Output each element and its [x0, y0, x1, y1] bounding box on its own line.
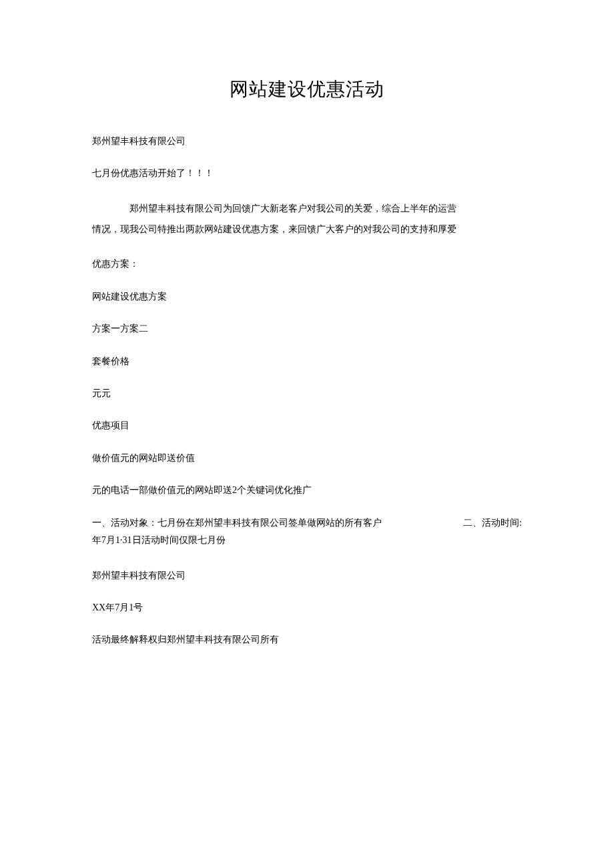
promo-line-2: 元的电话一部做价值元的网站即送2个关键词优化推广: [92, 483, 522, 498]
intro-paragraph: 郑州望丰科技有限公司为回馈广大新老客户对我公司的关爱，综合上半年的运营 情况，现…: [92, 199, 522, 240]
intro-line-2: 情况，现我公司特推出两款网站建设优惠方案，来回馈广大客户的对我公司的支持和厚爱: [92, 220, 522, 240]
signoff-date: XX年7月1号: [92, 600, 522, 615]
announcement: 七月份优惠活动开始了！！！: [92, 166, 522, 181]
activity-details: 一、活动对象：七月份在郑州望丰科技有限公司签单做网站的所有客户 二、活动时间: …: [92, 516, 522, 551]
plan-options: 方案一方案二: [92, 322, 522, 336]
intro-line-1: 郑州望丰科技有限公司为回馈广大新老客户对我公司的关爱，综合上半年的运营: [92, 199, 522, 220]
promo-label: 优惠项目: [92, 418, 522, 433]
signoff-company: 郑州望丰科技有限公司: [92, 568, 522, 583]
document-title: 网站建设优惠活动: [92, 77, 522, 102]
price-value: 元元: [92, 386, 522, 401]
plan-label: 优惠方案：: [92, 257, 522, 272]
activity-time-label: 二、活动时间:: [463, 516, 522, 530]
company-name: 郑州望丰科技有限公司: [92, 134, 522, 149]
activity-time-value: 年7月1·31日活动时间仅限七月份: [92, 530, 522, 551]
price-label: 套餐价格: [92, 354, 522, 369]
plan-header: 网站建设优惠方案: [92, 290, 522, 304]
disclaimer: 活动最终解释权归郑州望丰科技有限公司所有: [92, 632, 522, 647]
activity-target: 一、活动对象：七月份在郑州望丰科技有限公司签单做网站的所有客户: [92, 516, 463, 530]
promo-line-1: 做价值元的网站即送价值: [92, 451, 522, 466]
